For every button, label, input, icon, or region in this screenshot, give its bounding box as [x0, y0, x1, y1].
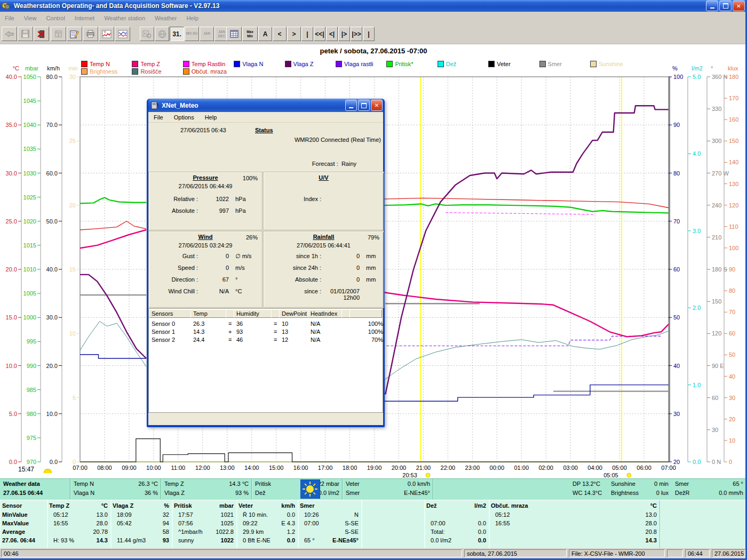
sensor-cell: 46 — [234, 337, 273, 344]
svg-text:80: 80 — [673, 170, 680, 177]
summary-row-label: MinValue — [2, 511, 44, 518]
svg-text:1015: 1015 — [23, 242, 36, 249]
svg-text:30.0: 30.0 — [6, 170, 17, 177]
svg-text:60: 60 — [673, 266, 680, 273]
summary-col-ob-ut-mraza: Občut. mraza°C05:1213.016:5528.020.814.3 — [489, 500, 660, 548]
weather-cell: Pritisk1022 mbarDež0.0 l/m2 — [252, 479, 343, 499]
svg-text:5.0: 5.0 — [9, 411, 17, 417]
svg-text:14:00: 14:00 — [244, 465, 259, 471]
sensor-cell: 10 — [280, 321, 309, 328]
svg-text:10.0: 10.0 — [6, 363, 17, 369]
svg-text:70: 70 — [729, 309, 735, 315]
svg-text:5.0: 5.0 — [693, 74, 701, 80]
dialog-titlebar[interactable]: XNet_Meteo ✕ — [148, 99, 383, 112]
svg-text:1030: 1030 — [23, 170, 36, 177]
svg-text:150: 150 — [712, 298, 721, 305]
summary-cell: 58 — [113, 529, 169, 535]
svg-text:15: 15 — [69, 266, 76, 273]
svg-text:15.0: 15.0 — [6, 314, 17, 321]
dialog-title: XNet_Meteo — [162, 102, 198, 109]
svg-text:18:00: 18:00 — [343, 465, 357, 471]
svg-text:60: 60 — [712, 395, 718, 401]
svg-text:60: 60 — [729, 330, 735, 337]
svg-text:20.0: 20.0 — [46, 363, 58, 369]
dialog-close-icon[interactable]: ✕ — [371, 100, 383, 111]
panel-row: since :01/01/2007 12h00 — [264, 288, 384, 301]
svg-text:160: 160 — [729, 116, 738, 123]
panel-row: Absolute :0mm — [264, 276, 384, 283]
sun-dot-icon — [627, 473, 631, 477]
svg-text:210: 210 — [712, 234, 721, 241]
svg-text:0.0: 0.0 — [693, 459, 701, 465]
svg-text:995: 995 — [27, 338, 36, 345]
sensor-cell: N/A — [308, 329, 343, 336]
svg-text:90: 90 — [673, 122, 680, 128]
sensor-cell: 26.3 — [191, 321, 227, 328]
svg-text:20: 20 — [69, 202, 76, 209]
sensors-header — [349, 309, 382, 318]
svg-text:07:00: 07:00 — [73, 465, 88, 471]
svg-text:10: 10 — [69, 330, 76, 337]
series-temp-z — [80, 230, 146, 248]
weather-cell-line: Temp N26.3 °C — [74, 481, 158, 487]
summary-cell: 05:1213.0 — [49, 511, 108, 518]
sensor-cell: Sensor 1 — [149, 329, 192, 336]
summary-col-header: Vlaga Z% — [113, 502, 169, 509]
sensor-cell: 36 — [234, 321, 273, 328]
series-temp-z — [384, 292, 669, 337]
axis-unit-label: l/m2 — [692, 65, 703, 71]
svg-text:22:00: 22:00 — [441, 465, 456, 471]
dialog-menu-item-help[interactable]: Help — [200, 114, 222, 121]
panel-row: Speed :0m/s — [149, 265, 262, 271]
summary-cell: Total:0.0 — [426, 529, 486, 535]
svg-text:50.0: 50.0 — [46, 218, 58, 225]
summary-cell: 05:4294 — [113, 520, 169, 526]
dialog-maximize-icon[interactable] — [358, 100, 370, 111]
summary-cell: 09:22E 4.3 — [239, 520, 295, 526]
svg-text:30: 30 — [729, 395, 735, 401]
axis-unit-label: mbar — [25, 65, 38, 71]
sensor-cell: 12 — [280, 337, 309, 344]
summary-cell: S-SE — [300, 529, 359, 535]
svg-text:0 N: 0 N — [712, 459, 721, 465]
svg-text:04:00: 04:00 — [587, 465, 602, 471]
weather-cell-line: Veter0.0 km/h — [346, 481, 430, 487]
svg-text:140: 140 — [729, 159, 738, 165]
svg-text:08:00: 08:00 — [97, 465, 112, 471]
summary-col-pritisk: Pritiskmbar17:57102107:561025^1mbar/h102… — [172, 500, 237, 548]
svg-text:40: 40 — [673, 363, 680, 369]
svg-text:975: 975 — [27, 435, 36, 441]
summary-col-header: Občut. mraza°C — [491, 502, 657, 509]
svg-text:1020: 1020 — [23, 218, 36, 225]
svg-text:50: 50 — [729, 351, 735, 358]
axis-unit-label: km/h — [47, 65, 60, 71]
svg-text:1025: 1025 — [23, 194, 36, 201]
panel-rainfall: Rainfall79%27/06/2015 06:44:41since 1h :… — [263, 231, 384, 308]
summary-row-label: MaxValue — [2, 520, 44, 526]
weather-cell: Weather data27.06.15 06:44 — [1, 479, 70, 499]
summary-cell: 20.78 — [49, 529, 108, 535]
dialog-menu-item-file[interactable]: File — [148, 114, 169, 121]
panel-row: Absolute :997hPa — [149, 207, 262, 214]
svg-text:0.0: 0.0 — [50, 459, 58, 465]
forecast-line: Forecast : Rainy — [312, 161, 356, 167]
summary-cell: 07:000.0 — [426, 520, 486, 526]
series-vlaga-z — [80, 275, 146, 358]
sun-marker-label: 20:53 — [402, 472, 417, 478]
svg-text:15:00: 15:00 — [269, 465, 284, 471]
weather-cell-line: Vlaga Z93 % — [164, 490, 249, 496]
svg-text:25.0: 25.0 — [6, 218, 17, 225]
panel-row: Direction :67° — [149, 276, 262, 283]
dialog-menu-item-options[interactable]: Options — [169, 114, 200, 121]
summary-label-col: SensorMinValueMaxValueAverage27.06. 06:4… — [0, 500, 47, 548]
summary-col-temp-z: Temp Z°C05:1213.016:5528.020.78H: 93 %14… — [47, 500, 111, 548]
sensor-cell: N/A — [308, 337, 343, 344]
svg-text:10.0: 10.0 — [46, 411, 58, 417]
summary-col-empty — [361, 500, 425, 548]
series-pritisk- — [384, 204, 669, 213]
svg-text:120: 120 — [712, 330, 721, 337]
summary-cell: 14.3 — [491, 537, 657, 543]
summary-cell: 0 Bft E-NE0.0 — [239, 537, 295, 543]
dialog-minimize-icon[interactable] — [345, 100, 357, 111]
series-pritisk- — [80, 198, 146, 204]
